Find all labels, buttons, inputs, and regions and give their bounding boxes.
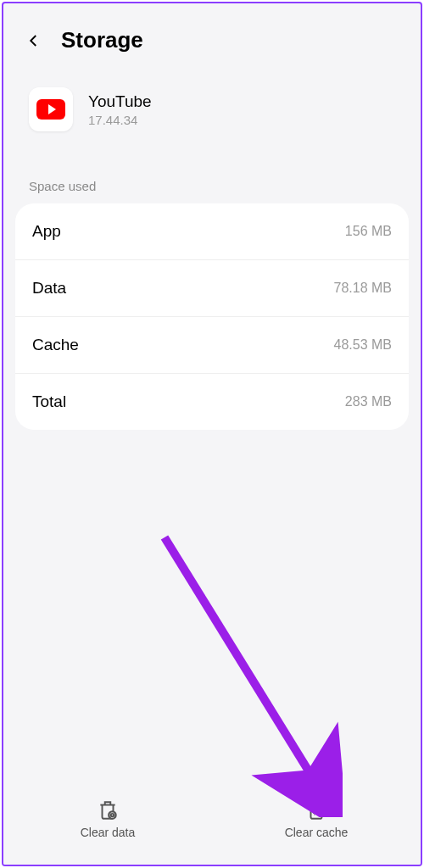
app-frame: Storage YouTube 17.44.34 Space used App … <box>2 2 422 866</box>
clear-cache-label: Clear cache <box>285 826 349 839</box>
storage-label: Total <box>32 392 66 411</box>
app-version: 17.44.34 <box>88 113 152 127</box>
storage-value: 48.53 MB <box>334 337 392 353</box>
back-icon <box>26 33 42 48</box>
storage-row-data: Data 78.18 MB <box>15 260 409 317</box>
storage-value: 283 MB <box>345 394 392 409</box>
clear-data-label: Clear data <box>81 826 136 839</box>
storage-label: App <box>32 222 61 241</box>
svg-line-3 <box>165 537 321 792</box>
storage-row-cache: Cache 48.53 MB <box>15 317 409 374</box>
bottom-action-bar: Clear data Clear cache <box>3 782 421 865</box>
annotation-arrow <box>156 529 343 821</box>
trash-sparkle-icon <box>305 798 327 821</box>
app-name: YouTube <box>88 92 152 111</box>
storage-value: 78.18 MB <box>334 281 392 296</box>
storage-card: App 156 MB Data 78.18 MB Cache 48.53 MB … <box>15 203 409 430</box>
storage-label: Cache <box>32 336 79 354</box>
clear-data-button[interactable]: Clear data <box>3 798 212 839</box>
trash-gear-icon <box>97 798 119 821</box>
page-title: Storage <box>61 27 143 53</box>
storage-row-total: Total 283 MB <box>15 374 409 430</box>
section-label: Space used <box>3 148 421 203</box>
storage-value: 156 MB <box>345 224 392 239</box>
back-button[interactable] <box>24 31 44 51</box>
app-details: YouTube 17.44.34 <box>88 92 152 127</box>
clear-cache-button[interactable]: Clear cache <box>212 798 421 839</box>
storage-label: Data <box>32 279 66 298</box>
header: Storage <box>3 3 421 70</box>
storage-row-app: App 156 MB <box>15 203 409 260</box>
app-info-row: YouTube 17.44.34 <box>3 70 421 148</box>
app-icon-container <box>29 87 73 131</box>
youtube-icon <box>36 99 65 120</box>
